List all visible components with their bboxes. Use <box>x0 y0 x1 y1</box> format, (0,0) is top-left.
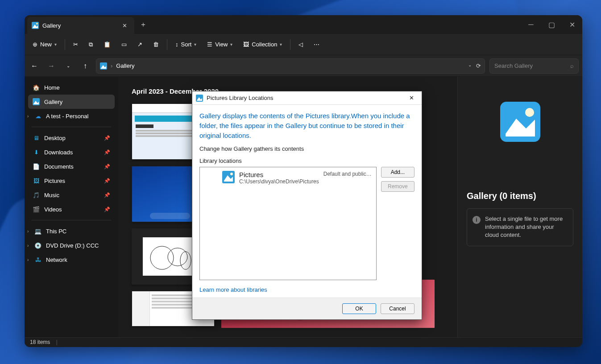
back-button[interactable]: ← <box>28 60 41 72</box>
locations-list[interactable]: Pictures C:\Users\divya\OneDrive\Picture… <box>199 167 377 280</box>
chevron-right-icon[interactable]: › <box>27 229 29 234</box>
pin-icon[interactable]: 📌 <box>104 178 110 184</box>
view-button[interactable]: ☰View▾ <box>203 38 237 50</box>
up-button[interactable]: ↑ <box>79 60 91 72</box>
pictures-icon <box>222 171 235 183</box>
sidebar-item-personal[interactable]: ›☁A test - Personal <box>28 109 115 123</box>
search-placeholder: Search Gallery <box>494 62 533 69</box>
rename-button[interactable]: ▭ <box>117 38 131 50</box>
copy-button[interactable]: ⧉ <box>84 38 97 51</box>
sidebar-item-home[interactable]: 🏠Home <box>28 80 115 95</box>
forward-button[interactable]: → <box>45 60 58 72</box>
chevron-down-icon[interactable]: ⌄ <box>468 62 472 69</box>
videos-icon: 🎬 <box>33 206 40 213</box>
rename-icon: ▭ <box>121 41 127 48</box>
locations-label: Library locations <box>199 157 414 164</box>
new-button[interactable]: ⊕New▾ <box>28 38 61 50</box>
chevron-right-icon[interactable]: › <box>27 243 29 248</box>
tab-close-icon[interactable]: ✕ <box>119 20 130 31</box>
sidebar-item-desktop[interactable]: 🖥Desktop📌 <box>28 131 115 145</box>
view-icon: ☰ <box>207 41 212 48</box>
gallery-icon <box>100 62 107 70</box>
dialog-subheading: Change how Gallery gathers its contents <box>199 145 414 152</box>
picture-icon: 🖼 <box>243 41 249 48</box>
pin-icon[interactable]: 📌 <box>104 164 110 170</box>
item-count: 18 items <box>30 339 50 345</box>
svg-point-2 <box>36 23 38 25</box>
delete-button[interactable]: 🗑 <box>149 38 163 50</box>
minimize-button[interactable]: ─ <box>521 15 541 34</box>
send-icon: ◁ <box>298 41 303 48</box>
caret-right-icon: › <box>111 62 112 69</box>
pin-icon[interactable]: 📌 <box>104 207 110 212</box>
sidebar-item-videos[interactable]: 🎬Videos📌 <box>28 202 115 216</box>
chevron-down-icon: ▾ <box>54 42 57 47</box>
more-button[interactable]: ⋯ <box>309 38 324 50</box>
ok-button[interactable]: OK <box>342 303 376 314</box>
gallery-large-icon <box>500 102 540 142</box>
collection-button[interactable]: 🖼Collection▾ <box>239 38 286 50</box>
sidebar-item-network[interactable]: ›🖧Network <box>28 252 115 267</box>
details-pane: Gallery (0 items) i Select a single file… <box>457 77 582 337</box>
search-input[interactable]: Search Gallery ⌕ <box>489 58 579 74</box>
paste-icon: 📋 <box>104 41 111 48</box>
dialog-title: Pictures Library Locations <box>207 95 274 101</box>
sidebar-item-gallery[interactable]: Gallery <box>28 95 115 109</box>
dialog-titlebar[interactable]: Pictures Library Locations ✕ <box>192 91 422 105</box>
scissors-icon: ✂ <box>73 41 78 48</box>
paste-button[interactable]: 📋 <box>99 38 115 50</box>
copy-icon: ⧉ <box>89 41 93 48</box>
location-item[interactable]: Pictures C:\Users\divya\OneDrive\Picture… <box>203 171 373 185</box>
maximize-button[interactable]: ▢ <box>541 15 562 34</box>
download-icon: ⬇ <box>33 149 40 156</box>
pin-icon[interactable]: 📌 <box>104 149 110 155</box>
status-bar: 18 items | <box>25 337 582 347</box>
share-button[interactable]: ↗ <box>133 38 147 50</box>
tab-gallery[interactable]: Gallery ✕ <box>27 17 134 34</box>
chevron-right-icon[interactable]: › <box>27 114 29 119</box>
trash-icon: 🗑 <box>153 41 159 48</box>
new-tab-button[interactable]: ＋ <box>134 15 152 34</box>
chevron-down-icon: ▾ <box>230 42 232 47</box>
library-locations-dialog: Pictures Library Locations ✕ Gallery dis… <box>192 91 422 320</box>
sidebar-item-dvd[interactable]: ›💿DVD Drive (D:) CCC <box>28 238 115 252</box>
add-button[interactable]: Add... <box>381 167 414 178</box>
svg-point-8 <box>168 248 187 266</box>
chevron-right-icon[interactable]: › <box>27 257 29 262</box>
remove-button: Remove <box>381 181 414 192</box>
refresh-button[interactable]: ⟳ <box>476 62 481 69</box>
dialog-close-button[interactable]: ✕ <box>405 93 418 103</box>
location-name: Pictures <box>239 171 319 178</box>
recent-locations-button[interactable]: ⌄ <box>62 60 75 72</box>
svg-point-17 <box>230 173 233 175</box>
titlebar: Gallery ✕ ＋ ─ ▢ ✕ <box>25 15 582 34</box>
address-row: ← → ⌄ ↑ › Gallery ⌄ ⟳ Search Gallery ⌕ <box>25 55 582 77</box>
close-button[interactable]: ✕ <box>562 15 582 34</box>
share-icon: ↗ <box>137 41 142 48</box>
details-info: i Select a single file to get more infor… <box>467 208 573 246</box>
sidebar-item-thispc[interactable]: ›💻This PC <box>28 224 115 238</box>
sidebar-item-documents[interactable]: 📄Documents📌 <box>28 159 115 174</box>
sort-button[interactable]: ↕Sort▾ <box>171 38 201 50</box>
location-save-type: Default and public s... <box>323 171 373 177</box>
pin-icon[interactable]: 📌 <box>104 192 110 198</box>
network-icon: 🖧 <box>34 256 41 263</box>
cancel-button[interactable]: Cancel <box>381 303 414 314</box>
sidebar-item-pictures[interactable]: 🖼Pictures📌 <box>28 174 115 188</box>
info-icon: i <box>473 216 481 224</box>
svg-point-12 <box>525 108 534 117</box>
toolbar: ⊕New▾ ✂ ⧉ 📋 ▭ ↗ 🗑 ↕Sort▾ ☰View▾ 🖼Collect… <box>25 34 582 55</box>
sidebar-item-music[interactable]: 🎵Music📌 <box>28 188 115 202</box>
chevron-down-icon: ▾ <box>280 42 282 47</box>
desktop-icon: 🖥 <box>33 134 40 141</box>
ellipsis-icon: ⋯ <box>314 41 319 48</box>
cut-button[interactable]: ✂ <box>69 38 83 50</box>
gallery-icon <box>33 98 40 105</box>
breadcrumb[interactable]: Gallery <box>116 62 134 69</box>
sidebar-item-downloads[interactable]: ⬇Downloads📌 <box>28 145 115 159</box>
address-bar[interactable]: › Gallery ⌄ ⟳ <box>96 58 485 74</box>
svg-point-9 <box>180 252 191 269</box>
extra-tool-button[interactable]: ◁ <box>294 38 307 50</box>
learn-more-link[interactable]: Learn more about libraries <box>199 286 267 293</box>
pin-icon[interactable]: 📌 <box>104 135 110 141</box>
